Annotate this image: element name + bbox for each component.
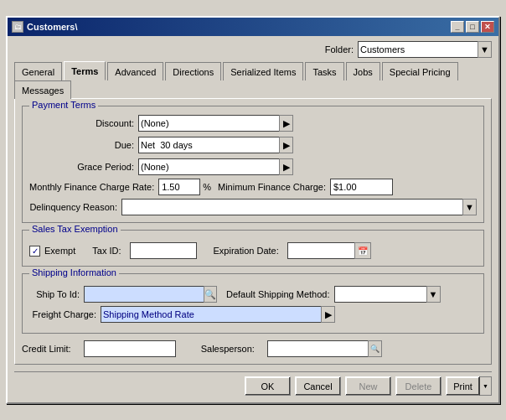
- ok-button[interactable]: OK: [245, 376, 291, 396]
- chevron-right-icon-4: ▶: [325, 309, 332, 320]
- print-dropdown-btn[interactable]: ▼: [479, 376, 492, 396]
- minimize-button[interactable]: _: [451, 21, 464, 33]
- credit-row: Credit Limit: Salesperson: 🔍: [22, 340, 484, 357]
- ship-to-input[interactable]: [84, 286, 204, 303]
- percent-sign: %: [203, 182, 211, 192]
- title-bar: 🗂 Customers\ _ □ ✕: [8, 18, 498, 36]
- salesperson-label: Salesperson:: [201, 344, 255, 354]
- grace-label: Grace Period:: [29, 162, 138, 172]
- due-field: ▶: [138, 137, 293, 153]
- chevron-down-icon-4: ▼: [483, 383, 488, 389]
- search-icon: 🔍: [204, 289, 216, 300]
- due-label: Due:: [29, 140, 138, 150]
- due-input[interactable]: [138, 137, 279, 153]
- tab-directions[interactable]: Directions: [165, 62, 221, 80]
- delinquency-label: Delinquency Reason:: [29, 202, 121, 212]
- default-ship-label: Default Shipping Method:: [226, 289, 330, 299]
- grace-field: ▶: [138, 158, 293, 175]
- tab-serialized[interactable]: Serialized Items: [223, 62, 303, 80]
- salesperson-input[interactable]: [267, 340, 368, 357]
- search-icon-2: 🔍: [370, 345, 380, 353]
- finance-input[interactable]: [158, 179, 200, 195]
- min-charge-input[interactable]: [330, 179, 393, 195]
- freight-row: Freight Charge: ▶: [29, 306, 477, 323]
- new-button[interactable]: New: [345, 376, 391, 396]
- tab-tasks[interactable]: Tasks: [305, 62, 343, 80]
- delinquency-row: Delinquency Reason: ▼: [29, 199, 477, 215]
- delinquency-field: ▼: [121, 199, 477, 215]
- tab-terms[interactable]: Terms: [64, 61, 106, 80]
- freight-dropdown-btn[interactable]: ▶: [321, 306, 335, 323]
- ship-to-search-btn[interactable]: 🔍: [204, 286, 217, 303]
- tabs-row: General Terms Advanced Directions Serial…: [14, 62, 492, 99]
- default-ship-wrap: ▼: [334, 286, 441, 303]
- payment-terms-group: Payment Terms Discount: ▶ Due:: [22, 106, 484, 223]
- freight-input[interactable]: [101, 306, 321, 323]
- tab-general[interactable]: General: [14, 62, 62, 80]
- window-content: Folder: ▼ General Terms Advanced Directi…: [8, 36, 498, 402]
- sales-tax-group: Sales Tax Exemption Exempt Tax ID: Expir…: [22, 230, 484, 267]
- ship-to-label: Ship To Id:: [29, 289, 84, 299]
- window-icon: 🗂: [12, 21, 23, 33]
- tab-advanced[interactable]: Advanced: [107, 62, 163, 80]
- discount-field: ▶: [138, 115, 293, 132]
- folder-dropdown-button[interactable]: ▼: [478, 41, 492, 58]
- sales-tax-title: Sales Tax Exemption: [29, 224, 121, 234]
- folder-label: Folder:: [325, 44, 354, 54]
- due-row: Due: ▶: [29, 137, 477, 153]
- tax-id-input[interactable]: [130, 242, 197, 259]
- tab-messages[interactable]: Messages: [14, 80, 71, 99]
- tab-special[interactable]: Special Pricing: [382, 62, 458, 80]
- discount-row: Discount: ▶: [29, 115, 477, 132]
- title-bar-buttons: _ □ ✕: [451, 21, 494, 33]
- chevron-down-icon: ▼: [480, 44, 489, 54]
- cancel-button[interactable]: Cancel: [295, 376, 341, 396]
- freight-label: Freight Charge:: [29, 309, 101, 319]
- salesperson-wrap: 🔍: [267, 340, 382, 357]
- delinquency-dropdown-btn[interactable]: ▼: [462, 199, 477, 215]
- exempt-checkbox[interactable]: [29, 246, 40, 257]
- discount-dropdown-btn[interactable]: ▶: [279, 115, 293, 132]
- expiration-input[interactable]: [287, 242, 354, 259]
- folder-dropdown-field: ▼: [358, 41, 492, 58]
- tab-content: Payment Terms Discount: ▶ Due:: [14, 98, 492, 365]
- exempt-label: Exempt: [44, 246, 75, 256]
- tab-jobs[interactable]: Jobs: [346, 62, 380, 80]
- shipping-title: Shipping Information: [29, 267, 119, 277]
- shipping-group: Shipping Information Ship To Id: 🔍 Defau…: [22, 273, 484, 334]
- freight-wrap: ▶: [101, 306, 335, 323]
- grace-dropdown-btn[interactable]: ▶: [279, 158, 293, 175]
- salesperson-search-btn[interactable]: 🔍: [368, 340, 382, 357]
- ship-row: Ship To Id: 🔍 Default Shipping Method: ▼: [29, 286, 477, 303]
- default-ship-input[interactable]: [334, 286, 426, 303]
- discount-input[interactable]: [138, 115, 279, 132]
- delete-button[interactable]: Delete: [395, 376, 441, 396]
- credit-limit-input[interactable]: [84, 340, 176, 357]
- print-btn-wrap: Print ▼: [446, 376, 492, 396]
- chevron-right-icon: ▶: [283, 118, 290, 129]
- finance-label: Monthly Finance Charge Rate:: [29, 182, 158, 192]
- main-window: 🗂 Customers\ _ □ ✕ Folder: ▼ General: [6, 16, 500, 404]
- grace-input[interactable]: [138, 158, 279, 175]
- chevron-right-icon-2: ▶: [283, 140, 290, 151]
- calendar-button[interactable]: 📅: [354, 242, 371, 259]
- ship-to-wrap: 🔍: [84, 286, 209, 303]
- chevron-down-icon-3: ▼: [429, 289, 438, 299]
- default-ship-btn[interactable]: ▼: [426, 286, 441, 303]
- chevron-down-icon-2: ▼: [465, 202, 474, 212]
- due-dropdown-btn[interactable]: ▶: [279, 137, 293, 153]
- maximize-button[interactable]: □: [466, 21, 479, 33]
- grace-row: Grace Period: ▶: [29, 158, 477, 175]
- tax-id-label: Tax ID:: [92, 246, 121, 256]
- discount-label: Discount:: [29, 118, 138, 128]
- expiration-wrap: 📅: [287, 242, 371, 259]
- finance-row: Monthly Finance Charge Rate: % Minimum F…: [29, 179, 477, 195]
- print-button[interactable]: Print: [446, 376, 479, 396]
- min-charge-label: Minimum Finance Charge:: [218, 182, 326, 192]
- folder-input[interactable]: [358, 41, 478, 58]
- close-button[interactable]: ✕: [481, 21, 494, 33]
- window-title: Customers\: [27, 22, 447, 32]
- credit-limit-label: Credit Limit:: [22, 344, 71, 354]
- folder-row: Folder: ▼: [14, 41, 492, 58]
- delinquency-input[interactable]: [121, 199, 462, 215]
